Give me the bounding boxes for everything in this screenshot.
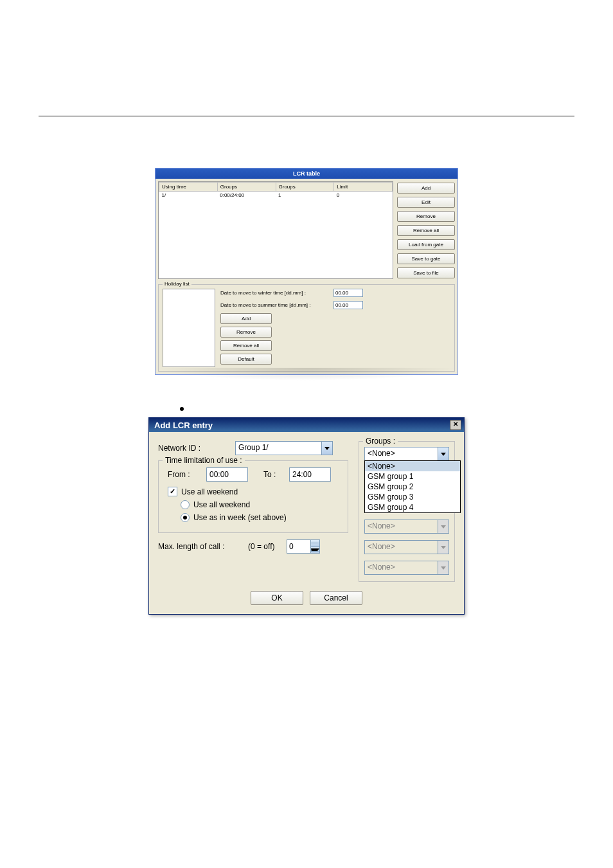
max-length-stepper[interactable] <box>287 539 320 554</box>
holiday-group: Holiday list Date to move to winter time… <box>158 284 455 372</box>
holiday-remove-all-button[interactable]: Remove all <box>220 340 272 351</box>
time-limitation-group: Time limitation of use : From : To : ✓ U… <box>158 460 348 533</box>
network-id-combo[interactable]: Group 1/ <box>235 441 333 455</box>
radio-use-all-weekend[interactable]: Use all weekend <box>181 500 341 509</box>
col-using-time[interactable]: Using time <box>159 183 218 192</box>
holiday-default-button[interactable]: Default <box>220 354 272 365</box>
group-combo-2: <None> <box>364 520 449 534</box>
chevron-down-icon <box>438 520 449 533</box>
divider <box>39 116 574 116</box>
holiday-add-button[interactable]: Add <box>220 313 272 324</box>
groups-group: Groups : <None> <None> GSM group 1 GSM g… <box>359 441 455 582</box>
remove-button[interactable]: Remove <box>397 211 455 222</box>
cancel-button[interactable]: Cancel <box>310 591 362 605</box>
bullet-icon <box>180 407 184 411</box>
chevron-down-icon <box>438 561 449 574</box>
lcr-title: LCR table <box>155 168 458 179</box>
group-combo-3: <None> <box>364 540 449 554</box>
radio-use-as-in-week[interactable]: Use as in week (set above) <box>181 513 341 522</box>
save-to-gate-button[interactable]: Save to gate <box>397 253 455 264</box>
list-item[interactable]: GSM group 3 <box>365 492 460 502</box>
use-all-weekend-checkbox[interactable]: ✓ Use all weekend <box>168 487 341 496</box>
col-limit[interactable]: Limit <box>334 183 393 192</box>
group-combo-1[interactable]: <None> <box>364 447 449 461</box>
group-dropdown-list[interactable]: <None> GSM group 1 GSM group 2 GSM group… <box>364 460 461 513</box>
max-length-hint: (0 = off) <box>248 542 280 551</box>
radio-icon <box>181 500 190 509</box>
from-input[interactable] <box>206 467 248 482</box>
load-from-gate-button[interactable]: Load from gate <box>397 239 455 250</box>
winter-label: Date to move to winter time [dd.mm] : <box>220 290 330 296</box>
dialog-title: Add LCR entry <box>154 420 213 430</box>
remove-all-button[interactable]: Remove all <box>397 225 455 236</box>
spin-up-icon[interactable] <box>310 540 319 547</box>
table-row[interactable]: 1/ 0:00/24:00 1 0 <box>159 192 393 199</box>
lcr-table-window: LCR table Using time Groups Groups Limit… <box>155 168 458 375</box>
network-id-label: Network ID : <box>158 444 229 453</box>
summer-label: Date to move to summer time [dd.mm] : <box>220 302 330 308</box>
chevron-down-icon[interactable] <box>438 448 449 460</box>
close-icon[interactable]: ✕ <box>450 420 461 430</box>
holiday-legend: Holiday list <box>163 281 191 287</box>
winter-input[interactable] <box>333 289 363 297</box>
max-length-label: Max. length of call : <box>158 542 242 551</box>
to-label: To : <box>263 470 283 479</box>
add-lcr-dialog: Add LCR entry ✕ Network ID : Group 1/ Ti… <box>148 417 465 615</box>
chevron-down-icon[interactable] <box>321 442 332 455</box>
holiday-remove-button[interactable]: Remove <box>220 327 272 338</box>
spin-down-icon[interactable] <box>310 547 319 554</box>
save-to-file-button[interactable]: Save to file <box>397 267 455 278</box>
groups-legend: Groups : <box>363 437 398 446</box>
col-groups1[interactable]: Groups <box>217 183 276 192</box>
group-combo-4: <None> <box>364 561 449 575</box>
ok-button[interactable]: OK <box>251 591 303 605</box>
to-input[interactable] <box>289 467 331 482</box>
holiday-list[interactable] <box>163 289 215 367</box>
list-item[interactable]: GSM group 4 <box>365 502 460 512</box>
radio-icon <box>181 513 190 522</box>
chevron-down-icon <box>438 541 449 554</box>
checkbox-icon: ✓ <box>168 487 177 496</box>
list-item[interactable]: GSM group 2 <box>365 482 460 492</box>
lcr-list[interactable]: Using time Groups Groups Limit 1/ 0:00/2… <box>158 181 393 279</box>
time-legend: Time limitation of use : <box>163 456 245 465</box>
list-item[interactable]: <None> <box>365 461 460 471</box>
summer-input[interactable] <box>333 301 363 309</box>
col-groups2[interactable]: Groups <box>276 183 334 192</box>
edit-button[interactable]: Edit <box>397 197 455 208</box>
list-item[interactable]: GSM group 1 <box>365 471 460 482</box>
from-label: From : <box>168 470 200 479</box>
add-button[interactable]: Add <box>397 183 455 194</box>
